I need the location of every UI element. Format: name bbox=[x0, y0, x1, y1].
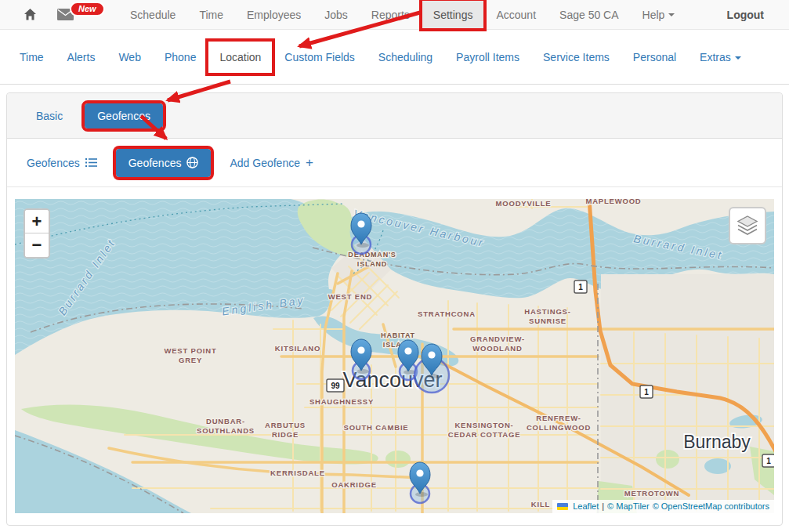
subnav-item-alerts[interactable]: Alerts bbox=[56, 41, 107, 74]
add-geofence-label: Add Geofence bbox=[230, 157, 300, 169]
neighborhood-label: KERRISDALE bbox=[270, 469, 325, 477]
panel-heading: Basic Geofences bbox=[7, 93, 782, 139]
neighborhood-label: KITSILANO bbox=[275, 344, 320, 353]
map-canvas[interactable]: Vancouver HarbourBurrard InletBurrard In… bbox=[15, 199, 774, 513]
svg-text:99: 99 bbox=[331, 382, 340, 390]
top-nav-items: ScheduleTimeEmployeesJobsReportsSettings… bbox=[118, 0, 686, 29]
ukraine-flag-icon bbox=[557, 503, 568, 510]
neighborhood-label: WEST END bbox=[328, 292, 373, 301]
home-icon[interactable] bbox=[24, 8, 37, 21]
list-icon bbox=[85, 157, 97, 168]
geofence-view-switcher: Geofences Geofences Add Geofence + bbox=[7, 139, 782, 187]
neighborhood-label: SHAUGHNESSY bbox=[309, 397, 374, 406]
topnav-item-account[interactable]: Account bbox=[484, 0, 548, 29]
subnav-item-location[interactable]: Location bbox=[208, 41, 273, 74]
add-geofence-button[interactable]: Add Geofence + bbox=[230, 156, 313, 169]
topnav-item-time[interactable]: Time bbox=[187, 0, 235, 29]
neighborhood-label: COLLINGWOOD bbox=[527, 423, 591, 432]
chevron-down-icon bbox=[668, 13, 675, 16]
svg-text:1: 1 bbox=[766, 457, 771, 465]
zoom-control: + − bbox=[24, 208, 50, 259]
logout-button[interactable]: Logout bbox=[727, 9, 764, 21]
neighborhood-label: OAKRIDGE bbox=[331, 480, 377, 489]
geofences-map-label: Geofences bbox=[128, 157, 182, 169]
geofences-list-view-link[interactable]: Geofences bbox=[27, 157, 97, 169]
neighborhood-label: METROTOWN bbox=[624, 489, 679, 498]
subnav-item-time[interactable]: Time bbox=[8, 41, 56, 74]
layers-control[interactable] bbox=[729, 207, 766, 244]
neighborhood-label: KENSINGTON- bbox=[454, 421, 513, 429]
tab-geofences[interactable]: Geofences bbox=[85, 103, 163, 128]
map-attribution: Leaflet|© MapTiler© OpenStreetMap contri… bbox=[552, 500, 774, 513]
attribution-separator: | bbox=[602, 501, 604, 511]
zoom-in-button[interactable]: + bbox=[25, 210, 49, 233]
topnav-item-schedule[interactable]: Schedule bbox=[118, 0, 187, 29]
neighborhood-label: DUNBAR- bbox=[206, 417, 245, 425]
svg-text:1: 1 bbox=[578, 283, 583, 291]
topnav-item-employees[interactable]: Employees bbox=[235, 0, 313, 29]
neighborhood-label: STRATHCONA bbox=[418, 309, 476, 318]
attribution-link[interactable]: © OpenStreetMap contributors bbox=[653, 501, 769, 511]
neighborhood-label: CEDAR COTTAGE bbox=[448, 430, 521, 439]
subnav-item-payroll-items[interactable]: Payroll Items bbox=[444, 41, 531, 74]
settings-subnav: TimeAlertsWebPhoneLocationCustom FieldsS… bbox=[0, 30, 789, 85]
top-navbar: New ScheduleTimeEmployeesJobsReportsSett… bbox=[0, 0, 789, 30]
subnav-item-scheduling[interactable]: Scheduling bbox=[367, 41, 444, 74]
topnav-item-reports[interactable]: Reports bbox=[360, 0, 422, 29]
chevron-down-icon bbox=[735, 56, 741, 60]
geofences-panel: Basic Geofences Geofences Geofences Add … bbox=[6, 92, 783, 526]
neighborhood-label: MOODYVILLE bbox=[496, 199, 552, 208]
neighborhood-label: RENFREW- bbox=[536, 414, 581, 422]
topnav-item-jobs[interactable]: Jobs bbox=[313, 0, 360, 29]
attribution-link[interactable]: Leaflet bbox=[573, 501, 599, 511]
topnav-item-help[interactable]: Help bbox=[631, 0, 687, 29]
neighborhood-label: KILL bbox=[531, 500, 550, 508]
globe-icon bbox=[186, 157, 198, 168]
neighborhood-label: GREY bbox=[179, 356, 202, 364]
subnav-item-custom-fields[interactable]: Custom Fields bbox=[273, 41, 366, 74]
plus-icon: + bbox=[306, 156, 313, 169]
neighborhood-label: ISLAND bbox=[357, 260, 387, 268]
city-label: Burnaby bbox=[683, 432, 751, 452]
neighborhood-label: ARBUTUS bbox=[265, 421, 306, 429]
geofences-map-view-button[interactable]: Geofences bbox=[116, 149, 212, 177]
subnav-item-extras[interactable]: Extras bbox=[688, 41, 753, 74]
subnav-item-service-items[interactable]: Service Items bbox=[531, 41, 621, 74]
geofence-marker[interactable] bbox=[410, 462, 430, 503]
neighborhood-label: SOUTH CAMBIE bbox=[344, 423, 409, 432]
svg-text:1: 1 bbox=[644, 388, 649, 396]
tab-basic[interactable]: Basic bbox=[25, 103, 74, 128]
new-badge: New bbox=[70, 2, 105, 16]
neighborhood-label: WEST POINT bbox=[164, 346, 216, 355]
topnav-item-sage-50-ca[interactable]: Sage 50 CA bbox=[548, 0, 631, 29]
neighborhood-label: RIDGE bbox=[272, 430, 299, 439]
subnav-item-phone[interactable]: Phone bbox=[153, 41, 208, 74]
layers-icon bbox=[736, 214, 759, 237]
subnav-item-web[interactable]: Web bbox=[107, 41, 153, 74]
subnav-item-personal[interactable]: Personal bbox=[621, 41, 688, 74]
neighborhood-label: HASTINGS- bbox=[524, 307, 570, 316]
geofences-map[interactable]: Vancouver HarbourBurrard InletBurrard In… bbox=[15, 199, 774, 513]
topnav-item-settings[interactable]: Settings bbox=[422, 0, 485, 29]
neighborhood-label: SUNRISE bbox=[529, 317, 566, 325]
attribution-link[interactable]: © MapTiler bbox=[607, 501, 650, 511]
messages-icon-wrap[interactable]: New bbox=[57, 0, 106, 29]
neighborhood-label: HABITAT bbox=[381, 331, 415, 339]
neighborhood-label: MAPLEWOOD bbox=[585, 199, 641, 205]
geofence-marker[interactable] bbox=[351, 339, 371, 379]
neighborhood-label: GRANDVIEW- bbox=[470, 335, 525, 343]
geofences-list-label: Geofences bbox=[27, 157, 80, 169]
geofence-marker[interactable] bbox=[351, 213, 371, 254]
neighborhood-label: SOUTHLANDS bbox=[197, 426, 255, 435]
neighborhood-label: WOODLAND bbox=[472, 344, 522, 353]
zoom-out-button[interactable]: − bbox=[25, 233, 49, 257]
